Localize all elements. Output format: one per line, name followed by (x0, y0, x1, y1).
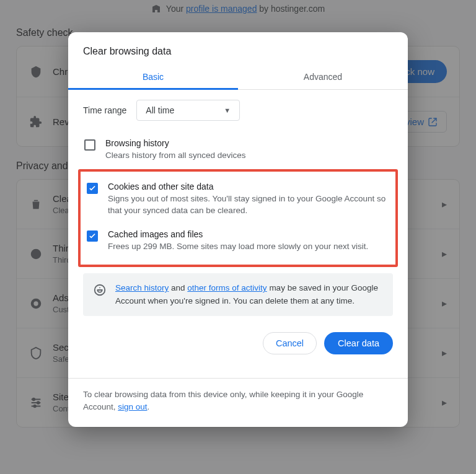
info-text: Search history and other forms of activi… (115, 282, 383, 307)
option-desc: Clears history from all synced devices (105, 149, 246, 162)
checkbox-browsing-history[interactable] (84, 139, 95, 151)
dialog-footer: To clear browsing data from this device … (68, 378, 408, 428)
highlighted-options: Cookies and other site data Signs you ou… (78, 169, 398, 268)
option-browsing-history[interactable]: Browsing history Clears history from all… (83, 132, 393, 168)
cancel-button[interactable]: Cancel (263, 332, 317, 354)
dialog-body: Time range All time ▼ Browsing history C… (68, 90, 408, 321)
checkbox-cookies[interactable] (87, 183, 98, 194)
option-title: Browsing history (105, 138, 246, 148)
checkbox-cached-files[interactable] (87, 230, 98, 242)
caret-down-icon: ▼ (224, 107, 231, 114)
sign-out-link[interactable]: sign out (118, 402, 147, 411)
google-icon (93, 283, 107, 297)
time-range-select[interactable]: All time ▼ (136, 100, 240, 121)
dialog-title: Clear browsing data (68, 32, 408, 66)
search-history-link[interactable]: Search history (115, 283, 169, 292)
option-title: Cached images and files (108, 229, 368, 239)
time-range-label: Time range (83, 105, 126, 115)
other-activity-link[interactable]: other forms of activity (187, 283, 267, 292)
option-desc: Frees up 299 MB. Some sites may load mor… (108, 240, 368, 253)
dialog-tabs: Basic Advanced (68, 66, 408, 90)
option-cookies[interactable]: Cookies and other site data Signs you ou… (86, 175, 390, 223)
dialog-actions: Cancel Clear data (68, 321, 408, 361)
time-range-row: Time range All time ▼ (83, 100, 393, 121)
tab-advanced[interactable]: Advanced (238, 66, 408, 89)
clear-data-button[interactable]: Clear data (324, 332, 393, 354)
time-range-value: All time (146, 105, 174, 115)
tab-basic[interactable]: Basic (68, 66, 238, 89)
clear-browsing-data-dialog: Clear browsing data Basic Advanced Time … (68, 32, 408, 427)
option-title: Cookies and other site data (108, 182, 389, 191)
option-desc: Signs you out of most sites. You'll stay… (108, 193, 389, 217)
option-cached-files[interactable]: Cached images and files Frees up 299 MB.… (86, 223, 390, 259)
google-account-info: Search history and other forms of activi… (83, 273, 393, 316)
